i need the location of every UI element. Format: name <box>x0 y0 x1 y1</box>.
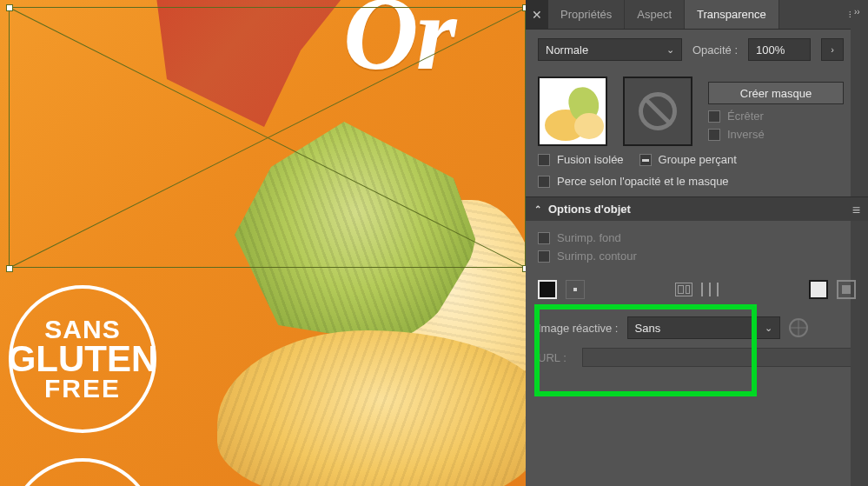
checkbox-mixed-icon <box>639 154 652 166</box>
panel-flyout-menu-icon[interactable]: ≡ <box>852 203 861 218</box>
overprint-stroke-label: Surimp. contour <box>557 250 637 263</box>
overprint-stroke-checkbox: Surimp. contour <box>538 250 637 263</box>
checkbox-icon <box>708 129 720 141</box>
selection-handle[interactable] <box>6 265 13 272</box>
opacity-mask-defines-knockout-checkbox[interactable]: Perce selon l'opacité et le masque <box>538 175 729 188</box>
checkbox-icon <box>538 176 550 188</box>
attributes-title: Options d'objet <box>548 203 631 216</box>
artboard-canvas[interactable]: Or SANS GLUTEN FREE SANS GRAS <box>0 0 526 486</box>
no-mask-icon <box>639 92 677 130</box>
reverse-path-icon[interactable] <box>701 283 719 296</box>
sans-gras-seal: SANS GRAS <box>9 458 156 486</box>
url-label: URL : <box>538 351 567 364</box>
opacity-value: 100% <box>756 43 785 57</box>
opacity-slider-flyout[interactable]: › <box>821 38 844 61</box>
isolate-blending-label: Fusion isolée <box>557 153 624 166</box>
overprint-fill-checkbox: Surimp. fond <box>538 231 621 244</box>
opacity-label: Opacité : <box>692 43 738 57</box>
close-icon[interactable]: ✕ <box>526 0 548 29</box>
tab-properties[interactable]: Propriétés <box>548 0 625 29</box>
make-mask-button[interactable]: Créer masque <box>708 82 844 104</box>
seal-line: GLUTEN <box>8 342 158 376</box>
image-map-label: Image réactive : <box>538 322 619 335</box>
chevron-down-icon: ⌄ <box>666 44 674 56</box>
opacity-mask-thumbnail[interactable] <box>623 77 692 146</box>
checkbox-icon <box>538 250 550 263</box>
dock-collapse-bar[interactable]: ›› <box>851 0 868 486</box>
gluten-free-seal: SANS GLUTEN FREE <box>9 285 156 433</box>
chevron-right-icon: ›› <box>854 7 860 17</box>
panel-dock: ›› ✕ Propriétés Aspect Transparence ≡ No… <box>526 0 868 486</box>
image-map-select[interactable]: Sans ⌄ <box>627 316 780 339</box>
clip-checkbox: Écrêter <box>708 110 844 123</box>
center-point-toggle[interactable] <box>566 280 585 299</box>
checkbox-icon <box>538 232 550 244</box>
overprint-fill-label: Surimp. fond <box>557 231 621 244</box>
browser-icon <box>789 318 808 337</box>
blend-mode-value: Normale <box>546 43 588 57</box>
clip-label: Écrêter <box>727 110 764 123</box>
even-odd-rule-toggle[interactable] <box>809 280 828 299</box>
seal-line: FREE <box>44 376 121 402</box>
tab-transparency[interactable]: Transparence <box>685 0 779 29</box>
invert-mask-checkbox: Inversé <box>708 128 844 141</box>
tab-aspect[interactable]: Aspect <box>625 0 685 29</box>
object-thumbnail[interactable] <box>538 77 607 146</box>
checkbox-icon <box>538 154 550 166</box>
attributes-panel-header[interactable]: ⌃ Options d'objet ≡ <box>526 196 868 221</box>
nonzero-rule-toggle[interactable] <box>837 280 856 299</box>
image-map-value: Sans <box>635 322 661 335</box>
crisp-artwork <box>217 330 526 486</box>
transparency-panel-header: ✕ Propriétés Aspect Transparence ≡ <box>526 0 868 30</box>
url-field[interactable] <box>582 348 856 367</box>
checkbox-icon <box>708 110 720 123</box>
opacity-mask-define-label: Perce selon l'opacité et le masque <box>557 175 729 188</box>
knockout-group-checkbox[interactable]: Groupe perçant <box>639 153 737 166</box>
isolate-blending-checkbox[interactable]: Fusion isolée <box>538 153 624 166</box>
show-center-icon[interactable] <box>675 283 692 296</box>
caret-icon: ⌃ <box>534 204 543 214</box>
invert-label: Inversé <box>727 128 765 141</box>
fill-swatch[interactable] <box>538 280 557 299</box>
opacity-field[interactable]: 100% <box>748 38 811 61</box>
knockout-group-label: Groupe perçant <box>659 153 737 166</box>
selection-handle[interactable] <box>6 4 13 11</box>
blend-mode-select[interactable]: Normale ⌄ <box>538 38 682 61</box>
chevron-down-icon: ⌄ <box>765 323 772 334</box>
